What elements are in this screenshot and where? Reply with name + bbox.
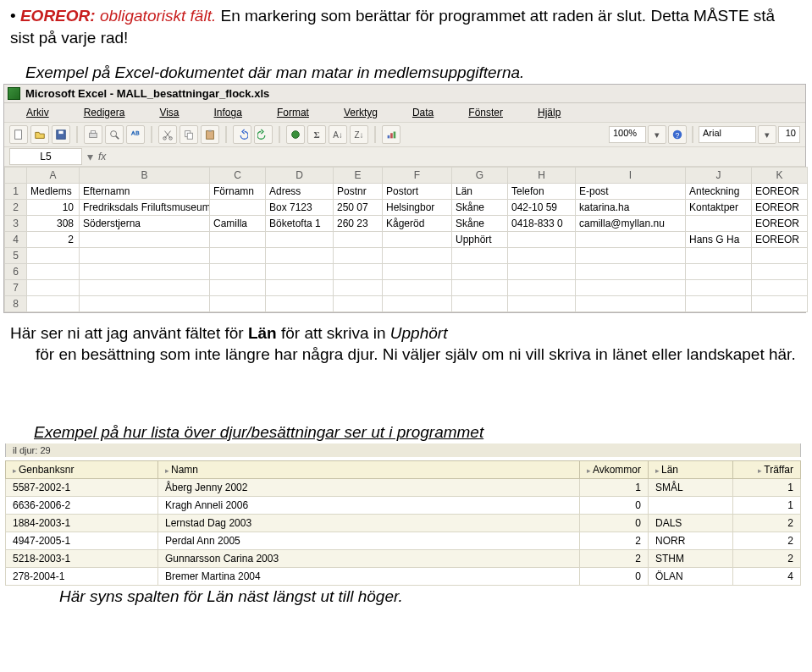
row-header[interactable]: 7 [5,280,27,296]
list-row[interactable]: 6636-2006-2Kragh Anneli 200601 [6,496,801,514]
cell[interactable] [266,280,334,296]
cell[interactable]: Telefon [508,184,576,200]
new-doc-button[interactable] [9,125,28,144]
redo-button[interactable] [254,125,273,144]
cell[interactable]: Postort [383,184,452,200]
cell[interactable] [452,264,508,280]
cell[interactable] [686,296,752,312]
list-row[interactable]: 4947-2005-1Perdal Ann 20052NORR2 [6,532,801,549]
select-all-corner[interactable] [5,168,27,184]
cell[interactable]: 042-10 59 [508,200,576,216]
col-header[interactable]: F [383,168,452,184]
menu-verktyg[interactable]: Verktyg [327,105,395,120]
cell[interactable] [334,264,383,280]
menu-visa[interactable]: Visa [142,105,196,120]
cell[interactable]: Kontaktper [686,200,752,216]
cell[interactable]: 0418-833 0 [508,216,576,232]
font-name-input[interactable]: Arial [699,126,756,143]
preview-button[interactable] [105,125,124,144]
cell[interactable]: Adress [266,184,334,200]
cell[interactable]: Box 7123 [266,200,334,216]
menu-arkiv[interactable]: Arkiv [9,105,66,120]
col-header[interactable]: E [334,168,383,184]
cell[interactable] [27,296,80,312]
cell[interactable]: Fredriksdals Friluftsmuseum [80,200,210,216]
cell[interactable] [334,232,383,248]
cell[interactable]: 2 [27,232,80,248]
autosum-button[interactable]: Σ [307,125,326,144]
name-box[interactable]: L5 [9,148,82,165]
col-header[interactable]: D [266,168,334,184]
undo-button[interactable] [233,125,251,144]
cell[interactable]: katarina.ha [576,200,686,216]
cell[interactable]: Hans G Ha [686,232,752,248]
chart-button[interactable] [382,125,400,144]
col-header[interactable]: A [27,168,80,184]
cell[interactable] [576,248,686,264]
cell[interactable]: Kågeröd [383,216,452,232]
cell[interactable]: EOREOR [752,200,808,216]
col-header[interactable]: B [80,168,210,184]
cell[interactable] [576,264,686,280]
cut-button[interactable] [158,125,177,144]
paste-button[interactable] [201,125,219,144]
menu-fonster[interactable]: Fönster [451,105,520,120]
cell[interactable] [576,232,686,248]
row-header[interactable]: 1 [5,184,27,200]
cell[interactable] [266,232,334,248]
cell[interactable]: 250 07 [334,200,383,216]
sort-desc-button[interactable]: Z↓ [350,125,368,144]
cell[interactable] [686,280,752,296]
cell[interactable]: EOREOR [752,184,808,200]
hyperlink-button[interactable] [286,125,305,144]
cell[interactable] [80,264,210,280]
list-row[interactable]: 5587-2002-1Åberg Jenny 20021SMÅL1 [6,478,801,496]
cell[interactable]: 308 [27,216,80,232]
cell[interactable] [452,280,508,296]
open-button[interactable] [30,125,49,144]
col-header[interactable]: C [210,168,266,184]
cell[interactable] [686,264,752,280]
cell[interactable]: Söderstjerna [80,216,210,232]
list-row[interactable]: 5218-2003-1Gunnarsson Carina 20032STHM2 [6,549,801,567]
cell[interactable] [80,280,210,296]
list-row[interactable]: 1884-2003-1Lernstad Dag 20030DALS2 [6,514,801,532]
menu-hjalp[interactable]: Hjälp [521,105,577,120]
cell[interactable]: 260 23 [334,216,383,232]
cell[interactable] [334,296,383,312]
help-button[interactable]: ? [668,125,687,144]
cell[interactable] [210,296,266,312]
cell[interactable] [383,248,452,264]
cell[interactable]: EOREOR [752,216,808,232]
cell[interactable] [452,296,508,312]
font-name-dropdown[interactable]: ▾ [758,125,776,144]
list-row[interactable]: 278-2004-1Bremer Martina 20040ÖLAN4 [6,567,801,585]
cell[interactable] [27,264,80,280]
sort-asc-button[interactable]: A↓ [329,125,347,144]
cell[interactable]: Camilla [210,216,266,232]
cell[interactable] [210,280,266,296]
cell[interactable] [752,280,808,296]
cell[interactable] [80,232,210,248]
row-header[interactable]: 2 [5,200,27,216]
menu-format[interactable]: Format [260,105,326,120]
cell[interactable] [27,248,80,264]
cell[interactable] [266,264,334,280]
cell[interactable] [80,296,210,312]
row-header[interactable]: 3 [5,216,27,232]
cell[interactable]: Helsingbor [383,200,452,216]
print-button[interactable] [84,125,102,144]
col-genbanksnr[interactable]: ▸Genbanksnr [6,460,158,478]
cell[interactable] [210,264,266,280]
cell[interactable]: Skåne [452,216,508,232]
cell[interactable] [508,248,576,264]
cell[interactable] [576,280,686,296]
row-header[interactable]: 6 [5,264,27,280]
cell[interactable]: Medlems [27,184,80,200]
cell[interactable]: EOREOR [752,232,808,248]
cell[interactable] [508,232,576,248]
cell[interactable] [210,200,266,216]
cell[interactable] [576,296,686,312]
col-header[interactable]: I [576,168,686,184]
col-header[interactable]: J [686,168,752,184]
